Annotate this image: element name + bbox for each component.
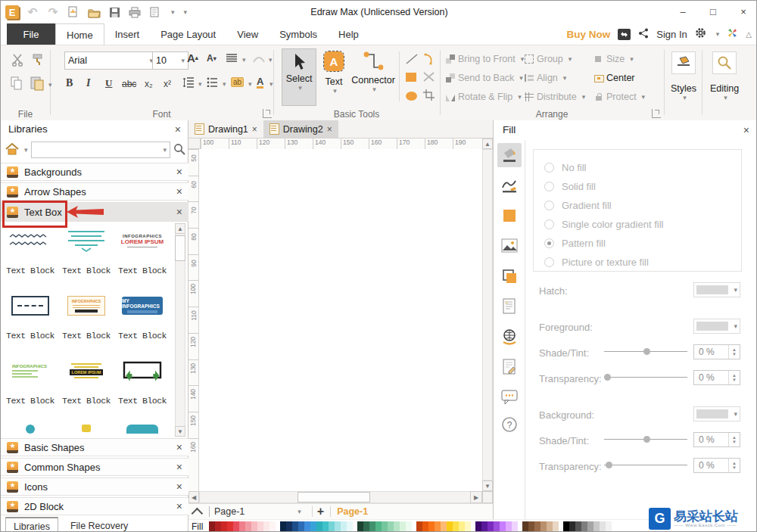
- page-tab-active[interactable]: Page-1: [337, 506, 368, 517]
- tab-close-icon[interactable]: ×: [252, 124, 257, 135]
- color-swatch[interactable]: [280, 521, 286, 531]
- shade-tint-spinner[interactable]: 0 %▲▼: [693, 344, 740, 359]
- new-document-icon[interactable]: [67, 5, 80, 19]
- library-section-arrow-shapes[interactable]: ★ Arrow Shapes ×: [1, 182, 188, 201]
- qat-customize-icon[interactable]: ▾: [184, 8, 188, 16]
- paste-icon[interactable]: [30, 76, 45, 93]
- color-swatch[interactable]: [406, 521, 412, 531]
- font-color-dropdown-icon[interactable]: ▾: [269, 80, 273, 88]
- save-icon[interactable]: [107, 5, 121, 19]
- arrange-item[interactable]: Size ▾: [594, 54, 667, 64]
- library-search-input[interactable]: ▾: [31, 142, 170, 158]
- community-pinwheel-icon[interactable]: [727, 27, 738, 41]
- picture-tab-icon[interactable]: [497, 234, 522, 258]
- fill-option-radio[interactable]: Solid fill: [544, 179, 752, 194]
- color-swatch[interactable]: [528, 521, 534, 531]
- tab-close-icon[interactable]: ×: [327, 124, 332, 135]
- fill-option-radio[interactable]: No fill: [544, 160, 752, 175]
- color-swatch[interactable]: [394, 521, 400, 531]
- page-selector-dropdown-icon[interactable]: ▾: [298, 508, 301, 515]
- hyperlink-tab-icon[interactable]: [497, 325, 522, 349]
- transparency-slider[interactable]: [604, 373, 687, 381]
- sign-in-link[interactable]: Sign In: [656, 29, 687, 40]
- color-swatch[interactable]: [375, 521, 382, 531]
- font-dialog-launcher[interactable]: [263, 109, 272, 118]
- select-tool-button[interactable]: Select ▾: [282, 48, 316, 106]
- highlight-button[interactable]: ab: [231, 77, 244, 87]
- page-setup-tab-icon[interactable]: [497, 294, 522, 319]
- color-swatch[interactable]: [600, 521, 606, 531]
- color-swatch[interactable]: [357, 521, 363, 531]
- library-shape-item[interactable]: INFOGRAPHICS Text Block: [61, 293, 111, 358]
- settings-gear-icon[interactable]: [695, 27, 706, 41]
- print-icon[interactable]: [128, 5, 142, 19]
- strikethrough-button[interactable]: abc: [122, 79, 136, 89]
- shape-thumbnail[interactable]: [82, 425, 91, 432]
- color-swatch[interactable]: [388, 521, 394, 531]
- color-swatch[interactable]: [304, 521, 310, 531]
- bullet-list-dropdown-icon[interactable]: ▾: [223, 80, 226, 88]
- color-swatch[interactable]: [465, 521, 471, 531]
- shadow-tab-icon[interactable]: [497, 204, 522, 228]
- color-swatch[interactable]: [500, 521, 506, 531]
- grow-font-button[interactable]: A▴: [187, 51, 198, 64]
- bg-transparency-spinner[interactable]: 0 %▲▼: [693, 458, 740, 473]
- color-swatch[interactable]: [475, 521, 481, 531]
- color-swatch[interactable]: [512, 521, 518, 531]
- color-swatch[interactable]: [428, 521, 435, 531]
- color-swatch[interactable]: [575, 521, 581, 531]
- page-selector[interactable]: Page-1: [214, 506, 245, 517]
- library-section-common-shapes[interactable]: ★ Common Shapes ×: [1, 458, 188, 476]
- canvas-scroll-right-icon[interactable]: ▶: [470, 491, 482, 503]
- rectangle-shape-icon[interactable]: [405, 72, 417, 85]
- scroll-down-icon[interactable]: ▼: [175, 426, 185, 437]
- comment-tab-icon[interactable]: [497, 385, 522, 409]
- bg-shade-tint-slider[interactable]: [604, 435, 687, 443]
- underline-button[interactable]: U: [105, 77, 112, 89]
- app-logo-icon[interactable]: E: [5, 5, 19, 19]
- styles-button[interactable]: Styles ▾: [670, 51, 697, 101]
- library-shape-item[interactable]: MY INFOGRAPHICS Text Block: [117, 293, 167, 358]
- color-swatch[interactable]: [316, 521, 322, 531]
- menu-tab[interactable]: View: [226, 23, 269, 45]
- arrange-item[interactable]: Group ▾: [525, 54, 594, 64]
- bg-shade-tint-spinner[interactable]: 0 %▲▼: [693, 432, 740, 447]
- transparency-spinner[interactable]: 0 %▲▼: [693, 370, 740, 385]
- color-swatch[interactable]: [239, 521, 245, 531]
- collapse-ribbon-icon[interactable]: △: [746, 30, 752, 39]
- section-close-icon[interactable]: ×: [176, 442, 182, 453]
- arrange-item[interactable]: Protect ▾: [594, 92, 667, 102]
- color-swatch[interactable]: [447, 521, 453, 531]
- section-close-icon[interactable]: ×: [176, 186, 182, 197]
- share-icon[interactable]: [638, 28, 649, 41]
- fill-tab-icon[interactable]: [497, 143, 522, 167]
- document-tab[interactable]: Drawing1 ×: [188, 120, 263, 138]
- color-swatch[interactable]: [382, 521, 388, 531]
- color-swatch[interactable]: [453, 521, 459, 531]
- close-button[interactable]: ×: [734, 4, 753, 19]
- color-swatch[interactable]: [257, 521, 263, 531]
- text-align-dropdown-icon[interactable]: ▾: [242, 56, 246, 64]
- add-page-button[interactable]: +: [317, 505, 324, 518]
- shade-tint-slider[interactable]: [604, 347, 687, 355]
- canvas-vscrollbar[interactable]: [482, 149, 493, 481]
- settings-dropdown-icon[interactable]: ▾: [716, 30, 720, 38]
- bg-transparency-slider[interactable]: [604, 461, 687, 468]
- library-section-2d-block[interactable]: ★ 2D Block ×: [1, 497, 188, 515]
- font-family-combo[interactable]: Arial▾: [64, 51, 157, 70]
- color-swatch[interactable]: [292, 521, 298, 531]
- canvas-scroll-down-icon[interactable]: ▼: [482, 481, 493, 491]
- color-swatch[interactable]: [209, 521, 215, 531]
- color-swatch[interactable]: [269, 521, 276, 531]
- undo-icon[interactable]: ↶: [26, 5, 39, 19]
- library-shape-item[interactable]: Text Block: [5, 293, 55, 358]
- export-icon[interactable]: [148, 5, 162, 19]
- color-swatch[interactable]: [435, 521, 441, 531]
- color-swatch[interactable]: [416, 521, 422, 531]
- arc-text-dropdown-icon[interactable]: ▾: [269, 56, 273, 64]
- arc-shape-icon[interactable]: [423, 53, 435, 67]
- menu-tab[interactable]: Home: [55, 23, 104, 45]
- theme-tab-icon[interactable]: [497, 264, 522, 288]
- library-shape-item[interactable]: INFOGRAPHICSLOREM IPSUM Text Block: [117, 228, 167, 293]
- library-section-icons[interactable]: ★ Icons ×: [1, 478, 188, 496]
